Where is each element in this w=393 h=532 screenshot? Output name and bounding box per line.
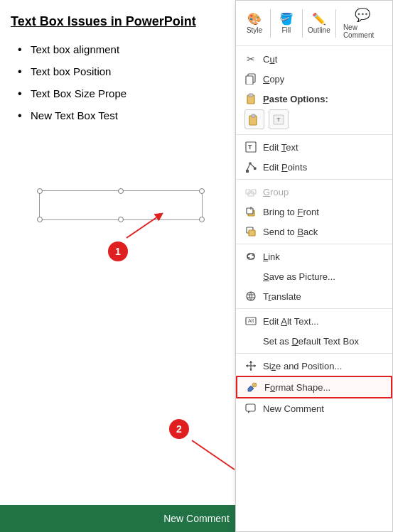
edit-text-icon: T (244, 141, 257, 153)
new-comment-icon (244, 402, 257, 415)
list-item: New Text Box Test (18, 109, 224, 121)
format-shape-icon (246, 381, 259, 393)
document-area: Text Box Issues in PowerPoint Text box a… (0, 0, 235, 532)
svg-line-0 (126, 215, 160, 238)
separator-2 (236, 179, 392, 180)
toolbar-divider-3 (335, 9, 336, 38)
outline-button[interactable]: ✏️ Outline (306, 10, 333, 36)
format-shape-label: Format Shape... (264, 382, 330, 393)
paste-options-row: T (236, 107, 392, 132)
fill-button[interactable]: 🪣 Fill (274, 10, 299, 36)
save-as-picture-menu-item[interactable]: Save as Picture... (236, 266, 392, 286)
svg-marker-32 (246, 364, 248, 367)
set-default-menu-item[interactable]: Set as Default Text Box (236, 331, 392, 351)
group-label: Group (263, 187, 289, 197)
link-label: Link (263, 251, 280, 262)
set-default-label: Set as Default Text Box (263, 336, 359, 347)
edit-points-menu-item[interactable]: Edit Points (236, 157, 392, 177)
bring-to-front-menu-item[interactable]: Bring to Front (236, 202, 392, 222)
document-title: Text Box Issues in PowerPoint (11, 14, 224, 29)
bring-to-front-label: Bring to Front (263, 207, 319, 217)
separator-3 (236, 244, 392, 244)
cut-label: Cut (263, 54, 277, 65)
cut-icon: ✂ (244, 53, 257, 65)
style-icon: 🎨 (247, 12, 262, 26)
arrow-1-svg (123, 210, 166, 245)
send-to-back-icon (244, 225, 257, 238)
svg-marker-30 (249, 361, 252, 363)
new-comment-toolbar-icon: 💬 (355, 7, 370, 23)
outline-label: Outline (308, 26, 330, 34)
save-as-picture-label: Save as Picture... (263, 271, 335, 282)
translate-label: Translate (263, 291, 301, 302)
copy-icon (244, 72, 257, 85)
svg-line-1 (192, 440, 235, 476)
svg-text:T: T (277, 116, 281, 123)
fill-icon: 🪣 (279, 12, 294, 26)
paste-options-menu-item: Paste Options: (236, 89, 392, 107)
toolbar-divider (270, 9, 271, 38)
svg-text:T: T (248, 143, 252, 151)
style-label: Style (247, 26, 262, 34)
link-menu-item[interactable]: Link (236, 246, 392, 266)
save-as-picture-icon (244, 270, 257, 283)
translate-icon (244, 290, 257, 303)
translate-menu-item[interactable]: Translate (236, 286, 392, 306)
new-comment-toolbar-label: New Comment (343, 23, 382, 39)
svg-rect-36 (246, 404, 255, 411)
svg-rect-12 (246, 170, 249, 173)
edit-points-icon (244, 161, 257, 173)
size-position-label: Size and Position... (263, 361, 342, 371)
separator-4 (236, 308, 392, 309)
toolbar-divider-2 (302, 9, 303, 38)
send-to-back-menu-item[interactable]: Send to Back (236, 222, 392, 241)
edit-alt-text-label: Edit Alt Text... (263, 316, 319, 327)
selection-handle-br (199, 217, 205, 222)
size-position-menu-item[interactable]: Size and Position... (236, 356, 392, 376)
svg-point-23 (247, 292, 255, 300)
bring-to-front-icon (244, 205, 257, 218)
svg-text:Alt: Alt (248, 318, 254, 323)
paste-options-label: Paste Options: (263, 94, 328, 104)
size-position-icon (244, 359, 257, 372)
group-menu-item: Group (236, 182, 392, 202)
menu-items-list: ✂ Cut Copy Paste Options: T (236, 46, 392, 421)
fill-label: Fill (281, 26, 291, 34)
list-item: Text box Position (18, 65, 224, 77)
format-shape-menu-item[interactable]: Format Shape... (236, 376, 392, 398)
svg-marker-31 (249, 369, 252, 371)
arrow-2-svg (188, 433, 235, 483)
paste-icon (244, 92, 257, 105)
cut-menu-item[interactable]: ✂ Cut (236, 49, 392, 69)
new-comment-label: New Comment (263, 403, 324, 414)
selection-handle-tr (199, 188, 205, 194)
svg-rect-3 (246, 76, 253, 85)
edit-alt-text-menu-item[interactable]: Alt Edit Alt Text... (236, 311, 392, 331)
edit-points-label: Edit Points (263, 162, 307, 173)
context-menu: 🎨 Style 🪣 Fill ✏️ Outline 💬 New Comment … (235, 0, 393, 532)
paste-option-1[interactable] (244, 109, 264, 129)
svg-marker-37 (248, 411, 250, 413)
svg-rect-19 (247, 208, 253, 214)
svg-rect-14 (254, 168, 257, 170)
text-box-selection (39, 190, 203, 220)
svg-rect-7 (252, 114, 255, 117)
edit-text-menu-item[interactable]: T Edit Text (236, 137, 392, 157)
list-item: Text Box Size Prope (18, 87, 224, 99)
link-icon (244, 250, 257, 263)
selection-handle-tm (118, 188, 124, 194)
svg-rect-13 (249, 163, 252, 165)
style-button[interactable]: 🎨 Style (242, 10, 267, 36)
copy-label: Copy (263, 74, 284, 85)
edit-text-label: Edit Text (263, 142, 298, 153)
svg-rect-5 (249, 94, 253, 97)
copy-menu-item[interactable]: Copy (236, 69, 392, 89)
svg-marker-33 (254, 364, 256, 367)
selection-handle-tl (37, 188, 43, 194)
edit-alt-text-icon: Alt (244, 315, 257, 327)
paste-option-2[interactable]: T (269, 109, 289, 129)
new-comment-toolbar-button[interactable]: 💬 New Comment (339, 5, 387, 41)
separator-5 (236, 353, 392, 354)
outline-icon: ✏️ (312, 12, 326, 26)
new-comment-menu-item[interactable]: New Comment (236, 398, 392, 418)
